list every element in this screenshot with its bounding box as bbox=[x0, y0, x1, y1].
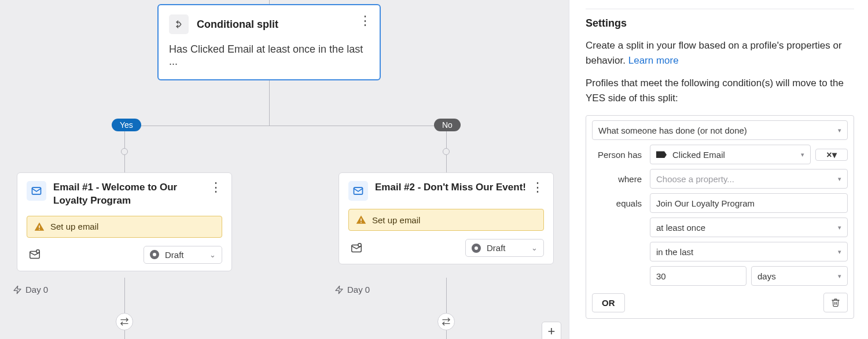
connector-node[interactable] bbox=[121, 148, 128, 155]
svg-marker-10 bbox=[14, 286, 21, 293]
add-or-condition-button[interactable]: OR bbox=[592, 293, 625, 312]
status-label: Draft bbox=[487, 243, 506, 253]
day-indicator: Day 0 bbox=[334, 285, 370, 294]
status-dot-icon bbox=[472, 244, 481, 253]
day-indicator: Day 0 bbox=[13, 285, 48, 294]
branch-yes-label: Yes bbox=[120, 120, 133, 130]
node-more-menu[interactable]: ⋮ bbox=[359, 14, 372, 27]
node-more-menu[interactable]: ⋮ bbox=[209, 181, 222, 194]
add-filter-button[interactable]: ×▾ bbox=[815, 149, 848, 161]
person-has-label: Person has bbox=[592, 150, 650, 160]
flow-canvas[interactable]: Conditional split Has Clicked Email at l… bbox=[0, 0, 569, 339]
setup-email-label: Set up email bbox=[50, 222, 98, 231]
property-placeholder: Choose a property... bbox=[656, 174, 734, 184]
svg-rect-2 bbox=[39, 229, 40, 230]
frequency-dropdown[interactable]: at least once ▾ bbox=[650, 218, 848, 237]
lightning-icon bbox=[334, 285, 344, 294]
lightning-icon bbox=[13, 285, 22, 294]
chevron-down-icon: ▾ bbox=[838, 248, 841, 256]
zoom-in-button[interactable]: + bbox=[542, 322, 561, 339]
event-metric-dropdown[interactable]: Clicked Email ▾ bbox=[650, 145, 811, 164]
condition-builder: What someone has done (or not done) ▾ Pe… bbox=[586, 115, 854, 319]
add-action-button[interactable] bbox=[116, 313, 133, 330]
connector-line bbox=[124, 126, 446, 126]
condition-type-label: What someone has done (or not done) bbox=[598, 126, 747, 135]
node-more-menu[interactable]: ⋮ bbox=[531, 181, 544, 194]
setup-email-button[interactable]: Set up email bbox=[27, 216, 222, 238]
or-label: OR bbox=[602, 298, 615, 308]
status-label: Draft bbox=[165, 250, 184, 260]
conditional-split-description: Has Clicked Email at least once in the l… bbox=[169, 43, 369, 68]
email-title: Email #1 - Welcome to Our Loyalty Progra… bbox=[53, 181, 222, 208]
timeframe-value-text: 30 bbox=[656, 271, 666, 281]
conditional-split-node[interactable]: Conditional split Has Clicked Email at l… bbox=[157, 4, 381, 80]
branch-no-badge: No bbox=[434, 119, 461, 131]
chevron-down-icon: ⌄ bbox=[531, 244, 538, 252]
plus-icon: + bbox=[548, 324, 556, 339]
where-label: where bbox=[592, 174, 650, 184]
delete-condition-button[interactable] bbox=[823, 293, 848, 312]
equals-value-text: Join Our Loyalty Program bbox=[656, 198, 755, 208]
condition-type-dropdown[interactable]: What someone has done (or not done) ▾ bbox=[592, 120, 848, 140]
status-dropdown[interactable]: Draft ⌄ bbox=[144, 246, 222, 264]
timeframe-unit-label: days bbox=[757, 271, 776, 281]
email-node-1[interactable]: Email #1 - Welcome to Our Loyalty Progra… bbox=[17, 172, 232, 271]
warning-icon bbox=[356, 215, 366, 225]
settings-heading: Settings bbox=[586, 17, 854, 30]
learn-more-link[interactable]: Learn more bbox=[628, 55, 679, 66]
svg-rect-7 bbox=[361, 222, 362, 223]
filter-icon: ×▾ bbox=[826, 149, 836, 160]
email-icon bbox=[27, 181, 46, 201]
chevron-down-icon: ⌄ bbox=[209, 250, 216, 259]
trash-icon bbox=[831, 298, 840, 307]
chevron-down-icon: ▾ bbox=[838, 224, 841, 231]
metric-tag-icon bbox=[656, 151, 667, 158]
svg-rect-1 bbox=[39, 226, 40, 229]
split-icon bbox=[169, 14, 189, 34]
equals-label: equals bbox=[592, 198, 650, 208]
condition-intro: Profiles that meet the following conditi… bbox=[586, 76, 854, 106]
shuffle-icon bbox=[442, 317, 451, 326]
email-icon bbox=[348, 181, 368, 201]
timeframe-mode-label: in the last bbox=[656, 247, 693, 257]
add-action-button[interactable] bbox=[437, 313, 455, 330]
timeframe-mode-dropdown[interactable]: in the last ▾ bbox=[650, 242, 848, 261]
svg-point-4 bbox=[36, 250, 40, 253]
smart-send-icon[interactable] bbox=[348, 240, 365, 256]
branch-no-label: No bbox=[442, 120, 453, 130]
settings-description-text: Create a split in your flow based on a p… bbox=[586, 40, 842, 66]
setup-email-label: Set up email bbox=[372, 215, 420, 225]
property-dropdown[interactable]: Choose a property... ▾ bbox=[650, 169, 848, 189]
connector-line bbox=[269, 80, 270, 126]
chevron-down-icon: ▾ bbox=[838, 175, 841, 183]
day-label: Day 0 bbox=[347, 285, 370, 294]
chevron-down-icon: ▾ bbox=[801, 151, 804, 159]
setup-email-button[interactable]: Set up email bbox=[348, 209, 544, 231]
branch-yes-badge: Yes bbox=[112, 119, 141, 131]
event-metric-label: Clicked Email bbox=[672, 150, 725, 160]
email-node-2[interactable]: Email #2 - Don't Miss Our Event! ⋮ Set u… bbox=[339, 172, 554, 264]
status-dot-icon bbox=[150, 250, 159, 259]
connector-node[interactable] bbox=[443, 148, 450, 155]
connector-line bbox=[269, 0, 270, 4]
frequency-label: at least once bbox=[656, 223, 705, 233]
settings-panel: Settings Create a split in your flow bas… bbox=[569, 0, 868, 339]
equals-value-input[interactable]: Join Our Loyalty Program bbox=[650, 193, 848, 213]
divider bbox=[586, 9, 854, 9]
email-title: Email #2 - Don't Miss Our Event! bbox=[375, 181, 538, 194]
settings-description: Create a split in your flow based on a p… bbox=[586, 38, 854, 69]
svg-marker-11 bbox=[336, 286, 343, 293]
conditional-split-title: Conditional split bbox=[197, 19, 278, 31]
smart-send-icon[interactable] bbox=[27, 246, 43, 263]
warning-icon bbox=[34, 222, 45, 232]
svg-point-9 bbox=[358, 243, 362, 246]
day-label: Day 0 bbox=[25, 285, 48, 294]
svg-rect-6 bbox=[361, 219, 362, 222]
shuffle-icon bbox=[120, 317, 129, 326]
chevron-down-icon: ▾ bbox=[838, 127, 841, 134]
timeframe-value-input[interactable]: 30 bbox=[650, 266, 746, 286]
timeframe-unit-dropdown[interactable]: days ▾ bbox=[751, 266, 848, 286]
chevron-down-icon: ▾ bbox=[838, 272, 841, 280]
status-dropdown[interactable]: Draft ⌄ bbox=[465, 239, 544, 257]
